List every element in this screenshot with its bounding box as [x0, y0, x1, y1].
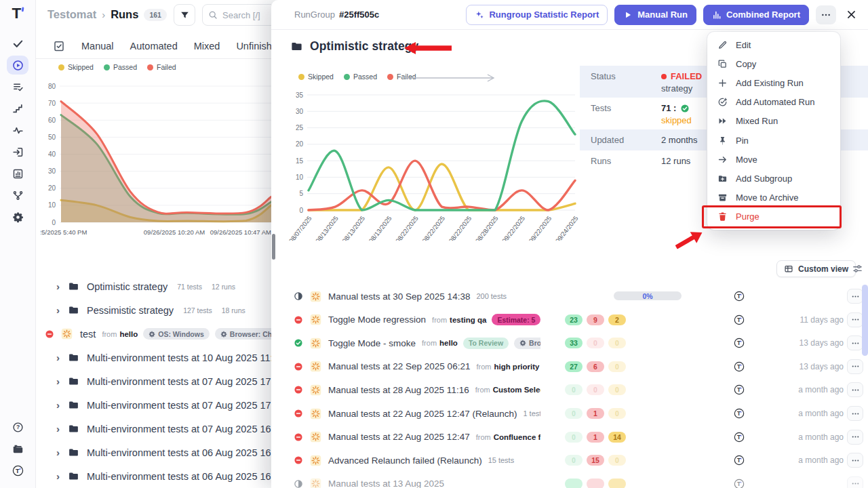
- chevron-right-icon[interactable]: ›: [56, 375, 60, 387]
- run-title[interactable]: Advanced Relaunch failed (Relaunch): [328, 455, 482, 466]
- tree-group-row[interactable]: ›Multi-environment tests at 06 Aug 2025 …: [35, 464, 271, 488]
- tab-mixed[interactable]: Mixed: [194, 41, 220, 52]
- run-row[interactable]: Toggle Mode regressionfromtesting qaEsti…: [271, 308, 868, 331]
- tree-group-row[interactable]: ›Multi-environment tests at 07 Aug 2025 …: [35, 417, 271, 441]
- tree-group-row[interactable]: ›Multi-environment tests at 10 Aug 2025 …: [35, 346, 271, 369]
- run-title[interactable]: Manual tests at 30 Sep 2025 14:38: [328, 291, 470, 302]
- svg-text:50: 50: [48, 134, 56, 141]
- avatar[interactable]: T: [734, 432, 745, 443]
- more-actions-button[interactable]: [816, 5, 836, 24]
- tree-run-row[interactable]: testfromhelloOS: WindowsBrowser: Chrome: [35, 322, 271, 346]
- combined-report-button[interactable]: Combined Report: [703, 5, 809, 25]
- run-title[interactable]: Toggle Mode regression: [328, 314, 426, 325]
- run-more-button[interactable]: [847, 382, 863, 397]
- chevron-right-icon[interactable]: ›: [56, 399, 60, 411]
- chevron-right-icon[interactable]: ›: [56, 281, 60, 292]
- search-input[interactable]: Search [/]: [202, 4, 271, 26]
- run-more-button[interactable]: [847, 359, 863, 374]
- tree-group-row[interactable]: ›Multi-environment tests at 06 Aug 2025 …: [35, 441, 271, 464]
- run-more-button[interactable]: [847, 289, 863, 304]
- run-more-button[interactable]: [847, 453, 863, 468]
- run-more-button[interactable]: [847, 312, 863, 327]
- scroll-hint-arrow-icon: [403, 73, 500, 83]
- run-row[interactable]: Manual tests at 30 Sep 2025 14:38200 tes…: [271, 285, 868, 308]
- avatar[interactable]: T: [734, 338, 745, 348]
- modal-scrollbar[interactable]: [272, 234, 275, 260]
- sidebar-item-steps[interactable]: [7, 99, 28, 118]
- close-icon[interactable]: [846, 9, 857, 20]
- avatar[interactable]: T: [734, 455, 745, 466]
- manual-run-button[interactable]: Manual Run: [614, 5, 696, 25]
- run-title[interactable]: Manual tests at 13 Aug 2025: [328, 479, 444, 488]
- sidebar-item-help[interactable]: ?: [7, 418, 28, 436]
- result-counts: 0150: [565, 455, 626, 466]
- avatar[interactable]: T: [734, 408, 745, 419]
- passed-icon: [680, 104, 690, 113]
- menu-item-add-existing-run[interactable]: Add Existing Run: [707, 73, 840, 92]
- chevron-right-icon[interactable]: ›: [56, 423, 60, 434]
- run-title[interactable]: Manual tests at 28 Aug 2025 11:16: [328, 385, 469, 395]
- chevron-right-icon[interactable]: ›: [56, 447, 60, 458]
- menu-item-move-to-archive[interactable]: Move to Archive: [707, 188, 840, 207]
- chevron-right-icon[interactable]: ›: [56, 304, 60, 316]
- runs-count: 12 runs: [212, 283, 235, 291]
- sidebar-item-folders[interactable]: [7, 439, 28, 458]
- sidebar-item-sign-in[interactable]: [7, 142, 28, 161]
- run-more-button[interactable]: [847, 406, 863, 421]
- run-row[interactable]: Manual tests at 22 Aug 2025 12:47fromCon…: [271, 426, 868, 449]
- menu-item-add-subgroup[interactable]: Add Subgroup: [707, 169, 840, 188]
- sidebar-item-pulse[interactable]: [7, 121, 28, 140]
- avatar[interactable]: T: [734, 384, 745, 395]
- run-title[interactable]: Manual tests at 22 Aug 2025 12:47 (Relau…: [328, 409, 517, 419]
- run-row[interactable]: Manual tests at 22 Sep 2025 06:21fromhig…: [271, 355, 868, 378]
- run-row[interactable]: Manual tests at 22 Aug 2025 12:47 (Relau…: [271, 402, 868, 425]
- sidebar-item-report-box[interactable]: [7, 164, 28, 183]
- sliders-icon[interactable]: [852, 263, 863, 274]
- filter-button[interactable]: [174, 4, 195, 26]
- tab-unfinished[interactable]: Unfinished: [236, 41, 271, 52]
- tree-group-row[interactable]: ›Multi-environment tests at 07 Aug 2025 …: [35, 369, 271, 393]
- tab-manual[interactable]: Manual: [81, 41, 114, 52]
- sidebar-item-check[interactable]: [7, 34, 28, 53]
- menu-item-add-automated-run[interactable]: Add Automated Run: [707, 93, 840, 112]
- run-more-button[interactable]: [847, 430, 863, 445]
- avatar[interactable]: T: [734, 479, 745, 488]
- source-name: hello: [439, 339, 458, 347]
- menu-item-move[interactable]: Move: [707, 150, 840, 169]
- chevron-right-icon[interactable]: ›: [56, 352, 60, 363]
- custom-view-button[interactable]: Custom view: [776, 260, 856, 277]
- sidebar-item-branch[interactable]: [7, 186, 28, 205]
- group-title-row: Optimistic strategy: [290, 39, 418, 54]
- run-row[interactable]: Manual tests at 13 Aug 2025T: [271, 472, 868, 488]
- tree-group-row[interactable]: ›Pessimistic strategy127 tests18 runs: [35, 298, 271, 322]
- run-row[interactable]: Manual tests at 28 Aug 2025 11:16fromCus…: [271, 378, 868, 401]
- run-more-button[interactable]: [847, 336, 863, 350]
- menu-item-copy[interactable]: Copy: [707, 54, 840, 73]
- sign-in-icon: [12, 146, 24, 158]
- list-scrollbar[interactable]: [862, 285, 868, 356]
- tab-automated[interactable]: Automated: [130, 41, 178, 52]
- run-title[interactable]: Manual tests at 22 Aug 2025 12:47: [328, 432, 470, 442]
- run-row[interactable]: Advanced Relaunch failed (Relaunch)15 te…: [271, 449, 868, 472]
- sidebar-item-logo[interactable]: T: [7, 461, 28, 480]
- sidebar-item-list-check[interactable]: [7, 77, 28, 96]
- avatar[interactable]: T: [734, 314, 745, 325]
- chevron-right-icon[interactable]: ›: [56, 470, 60, 482]
- avatar[interactable]: T: [734, 361, 745, 372]
- breadcrumb-brand[interactable]: Testomat: [47, 8, 96, 21]
- sidebar-item-play-circle[interactable]: [7, 56, 28, 75]
- sidebar-item-gear[interactable]: [7, 207, 28, 226]
- run-title[interactable]: Manual tests at 22 Sep 2025 06:21: [328, 361, 470, 371]
- menu-item-edit[interactable]: Edit: [707, 35, 840, 54]
- avatar[interactable]: T: [734, 291, 745, 302]
- testomat-logo-icon[interactable]: T: [9, 4, 27, 22]
- run-title[interactable]: Toggle Mode - smoke: [328, 338, 416, 348]
- rungroup-statistic-report-button[interactable]: Rungroup Statistic Report: [466, 5, 608, 25]
- menu-item-pin[interactable]: Pin: [707, 131, 840, 150]
- run-more-button[interactable]: [847, 476, 863, 488]
- tree-group-row[interactable]: ›Optimistic strategy71 tests12 runs: [35, 274, 271, 298]
- run-row[interactable]: Toggle Mode - smokefromhelloTo ReviewBro…: [271, 331, 868, 354]
- checklist-icon[interactable]: [53, 40, 65, 52]
- tree-group-row[interactable]: ›Multi-environment tests at 07 Aug 2025 …: [35, 393, 271, 417]
- menu-item-mixed-run[interactable]: Mixed Run: [707, 112, 840, 131]
